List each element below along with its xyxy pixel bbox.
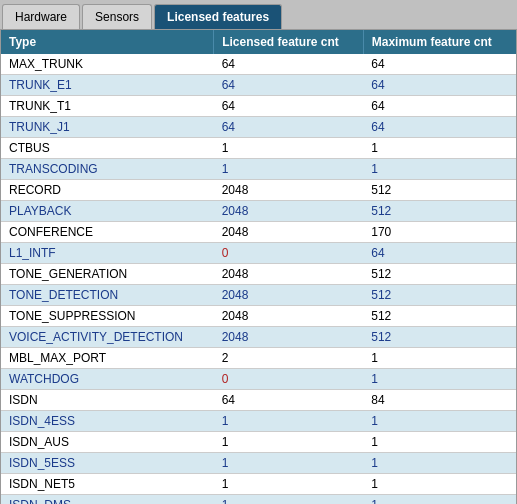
- cell-type: TRUNK_J1: [1, 117, 214, 138]
- tab-bar: HardwareSensorsLicensed features: [0, 0, 517, 29]
- cell-licensed: 1: [214, 474, 364, 495]
- cell-licensed: 0: [214, 243, 364, 264]
- table-row: TRUNK_T16464: [1, 96, 516, 117]
- table-row: ISDN_5ESS11: [1, 453, 516, 474]
- cell-type: L1_INTF: [1, 243, 214, 264]
- table-row: TRANSCODING11: [1, 159, 516, 180]
- cell-type: TRUNK_T1: [1, 96, 214, 117]
- cell-maximum: 1: [363, 138, 516, 159]
- cell-licensed: 1: [214, 432, 364, 453]
- table-row: ISDN6484: [1, 390, 516, 411]
- cell-maximum: 1: [363, 159, 516, 180]
- table-row: ISDN_AUS11: [1, 432, 516, 453]
- cell-licensed: 1: [214, 159, 364, 180]
- cell-type: ISDN: [1, 390, 214, 411]
- table-row: RECORD2048512: [1, 180, 516, 201]
- cell-licensed: 2048: [214, 306, 364, 327]
- cell-licensed: 2048: [214, 201, 364, 222]
- cell-licensed: 2048: [214, 327, 364, 348]
- tab-hardware[interactable]: Hardware: [2, 4, 80, 29]
- cell-type: WATCHDOG: [1, 369, 214, 390]
- cell-type: ISDN_5ESS: [1, 453, 214, 474]
- cell-licensed: 1: [214, 411, 364, 432]
- cell-licensed: 64: [214, 75, 364, 96]
- cell-type: TONE_GENERATION: [1, 264, 214, 285]
- cell-licensed: 1: [214, 495, 364, 505]
- cell-licensed: 0: [214, 369, 364, 390]
- tab-sensors[interactable]: Sensors: [82, 4, 152, 29]
- cell-maximum: 1: [363, 474, 516, 495]
- cell-licensed: 2048: [214, 285, 364, 306]
- cell-type: ISDN_NET5: [1, 474, 214, 495]
- cell-type: TRANSCODING: [1, 159, 214, 180]
- cell-licensed: 1: [214, 138, 364, 159]
- table-row: WATCHDOG01: [1, 369, 516, 390]
- cell-maximum: 512: [363, 264, 516, 285]
- cell-maximum: 64: [363, 117, 516, 138]
- cell-maximum: 1: [363, 495, 516, 505]
- table-row: CONFERENCE2048170: [1, 222, 516, 243]
- cell-licensed: 64: [214, 96, 364, 117]
- cell-maximum: 512: [363, 201, 516, 222]
- cell-maximum: 1: [363, 348, 516, 369]
- cell-type: ISDN_4ESS: [1, 411, 214, 432]
- cell-maximum: 512: [363, 285, 516, 306]
- cell-type: ISDN_DMS: [1, 495, 214, 505]
- table-row: ISDN_DMS11: [1, 495, 516, 505]
- table-row: TONE_SUPPRESSION2048512: [1, 306, 516, 327]
- table-row: TONE_GENERATION2048512: [1, 264, 516, 285]
- col-header-0: Type: [1, 30, 214, 54]
- table-row: PLAYBACK2048512: [1, 201, 516, 222]
- cell-maximum: 84: [363, 390, 516, 411]
- cell-maximum: 512: [363, 306, 516, 327]
- table-row: CTBUS11: [1, 138, 516, 159]
- cell-type: TONE_DETECTION: [1, 285, 214, 306]
- table-row: ISDN_4ESS11: [1, 411, 516, 432]
- cell-maximum: 1: [363, 453, 516, 474]
- cell-licensed: 64: [214, 54, 364, 75]
- cell-type: MAX_TRUNK: [1, 54, 214, 75]
- col-header-1: Licensed feature cnt: [214, 30, 364, 54]
- cell-maximum: 64: [363, 96, 516, 117]
- table-row: MBL_MAX_PORT21: [1, 348, 516, 369]
- cell-maximum: 1: [363, 369, 516, 390]
- cell-type: RECORD: [1, 180, 214, 201]
- cell-maximum: 512: [363, 327, 516, 348]
- cell-maximum: 1: [363, 432, 516, 453]
- cell-type: CTBUS: [1, 138, 214, 159]
- cell-licensed: 2048: [214, 264, 364, 285]
- features-table: TypeLicensed feature cntMaximum feature …: [1, 30, 516, 504]
- cell-type: CONFERENCE: [1, 222, 214, 243]
- cell-maximum: 64: [363, 75, 516, 96]
- cell-maximum: 170: [363, 222, 516, 243]
- col-header-2: Maximum feature cnt: [363, 30, 516, 54]
- cell-maximum: 512: [363, 180, 516, 201]
- table-row: ISDN_NET511: [1, 474, 516, 495]
- cell-licensed: 1: [214, 453, 364, 474]
- cell-licensed: 64: [214, 390, 364, 411]
- table-row: MAX_TRUNK6464: [1, 54, 516, 75]
- content-area: TypeLicensed feature cntMaximum feature …: [0, 29, 517, 504]
- cell-type: ISDN_AUS: [1, 432, 214, 453]
- cell-licensed: 2048: [214, 222, 364, 243]
- table-row: VOICE_ACTIVITY_DETECTION2048512: [1, 327, 516, 348]
- cell-type: VOICE_ACTIVITY_DETECTION: [1, 327, 214, 348]
- cell-maximum: 1: [363, 411, 516, 432]
- table-row: TRUNK_E16464: [1, 75, 516, 96]
- tab-licensed-features[interactable]: Licensed features: [154, 4, 282, 29]
- table-row: TRUNK_J16464: [1, 117, 516, 138]
- cell-licensed: 2048: [214, 180, 364, 201]
- cell-type: MBL_MAX_PORT: [1, 348, 214, 369]
- cell-maximum: 64: [363, 54, 516, 75]
- cell-type: TONE_SUPPRESSION: [1, 306, 214, 327]
- cell-type: PLAYBACK: [1, 201, 214, 222]
- cell-maximum: 64: [363, 243, 516, 264]
- cell-type: TRUNK_E1: [1, 75, 214, 96]
- table-row: L1_INTF064: [1, 243, 516, 264]
- cell-licensed: 64: [214, 117, 364, 138]
- cell-licensed: 2: [214, 348, 364, 369]
- table-row: TONE_DETECTION2048512: [1, 285, 516, 306]
